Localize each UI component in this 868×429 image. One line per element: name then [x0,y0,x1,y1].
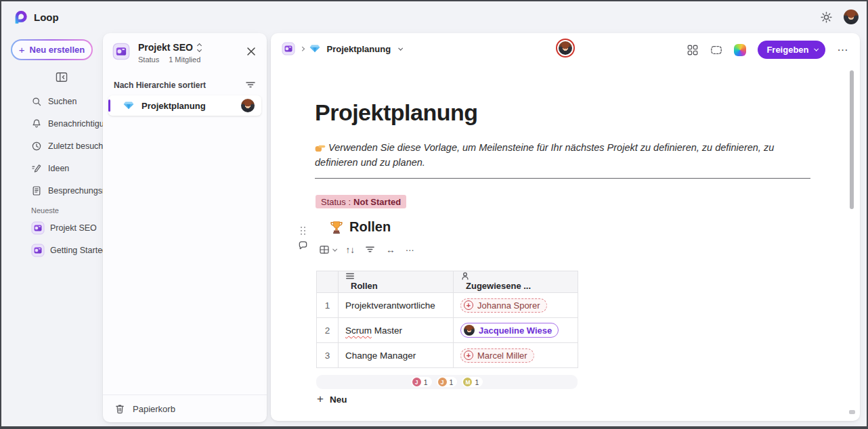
assignee-cell: + Johanna Sporer [454,293,578,318]
chevron-down-icon[interactable] [399,45,403,49]
workspace-icon[interactable] [282,42,295,55]
sidebar-item-zuletzt-besucht[interactable]: Zuletzt besucht [1,138,103,154]
status-badge[interactable]: Status :Not Started [316,195,406,208]
row-number: 2 [317,318,339,343]
presence-avatar[interactable] [556,39,575,58]
trash-icon [114,403,125,414]
add-person-icon: + [464,351,473,360]
section-title: Rollen [349,219,391,235]
avatar-initial: J [438,378,447,386]
user-avatar[interactable] [844,9,859,24]
row-number: 3 [317,343,339,368]
close-panel-icon[interactable] [246,47,256,56]
workspace-panel: Projekt SEO Status 1 Mitglied Nach Hiera… [103,33,267,422]
chevron-down-icon [814,47,818,51]
assignee-cell: + Marcel Miller [454,343,578,368]
plus-icon: + [317,392,324,406]
filter-icon[interactable] [365,244,376,255]
pointing-right-icon [315,143,326,152]
apps-grid-icon[interactable] [687,44,699,56]
trash-label: Papierkorb [133,404,175,414]
summary-badge[interactable]: J 1 [411,377,432,387]
assignee-suggestion-pill[interactable]: + Johanna Sporer [460,298,547,313]
document-title[interactable]: Projektplanung [315,99,477,126]
role-cell[interactable]: Scrum Master [339,318,454,343]
summary-badge[interactable]: J 1 [437,377,458,387]
resize-icon[interactable]: ↔ [386,245,395,255]
workspace-switcher-icon[interactable] [198,44,201,51]
summary-badge[interactable]: M 1 [462,377,483,387]
summary-count: 1 [424,378,428,386]
workspace-member-count[interactable]: 1 Mitglied [169,55,200,64]
sidebar-item-ideen[interactable]: Ideen [1,160,103,177]
assignee-suggestion-pill[interactable]: + Marcel Miller [460,348,534,363]
page-item-projektplanung[interactable]: Projektplanung [108,95,261,116]
loop-component-icon[interactable] [710,44,722,56]
role-cell[interactable]: Projektverantwortliche [339,293,454,318]
app-header: Loop [1,1,867,33]
add-row-button[interactable]: + Neu [317,392,347,406]
scrollbar-thumb[interactable] [850,70,854,209]
section-heading[interactable]: Rollen [329,219,391,235]
table-row: 3 Change Manager + Marcel Miller [317,343,578,368]
sidebar-item-benachrichtigungen[interactable]: Benachrichtigun... [1,116,103,132]
idea-icon [31,163,42,174]
share-button[interactable]: Freigeben [758,41,825,59]
settings-gear-icon[interactable] [820,11,833,24]
clock-icon [31,141,42,152]
comment-icon[interactable] [298,240,308,250]
more-options-icon[interactable]: … [837,41,849,54]
scroll-corner-icon [849,410,855,414]
gem-icon [309,43,320,54]
add-person-icon: + [464,300,473,310]
sidebar-item-projekt-seo[interactable]: Projekt SEO [1,220,103,236]
app-window: Loop + Neu erstellen [0,0,868,429]
sidebar-item-suchen[interactable]: Suchen [1,93,103,110]
row-number: 1 [317,293,339,318]
document-intro[interactable]: Verwenden Sie diese Vorlage, um Meilenst… [315,140,804,171]
page-item-label: Projektplanung [142,101,234,111]
bell-icon [31,118,42,129]
sidebar-item-besprechungsnotizen[interactable]: Besprechungsn... [1,183,103,199]
plus-icon: + [19,44,25,55]
left-sidebar: + Neu erstellen Suchen Benachrichtigun..… [1,33,103,426]
trash-button[interactable]: Papierkorb [103,394,267,422]
summary-count: 1 [450,378,454,386]
workspace-title: Projekt SEO [138,42,193,53]
collapse-sidebar-icon[interactable] [56,72,68,83]
recent-section-label: Neueste [31,206,59,214]
new-create-button[interactable]: + Neu erstellen [11,39,93,60]
assignee-summary-row: J 1 J 1 M 1 [316,375,578,389]
workspace-status-label[interactable]: Status [138,55,159,64]
table-toolbar: ↑↓ ↔ … [319,244,414,255]
avatar-initial: M [463,378,472,386]
drag-handle-icon[interactable] [301,227,305,235]
column-header-zugewiesene[interactable]: Zugewiesene ... [454,271,578,293]
search-icon [31,96,42,107]
gem-icon [123,100,134,111]
chevron-down-icon [332,246,337,250]
divider [315,178,810,179]
row-number-header [317,271,339,293]
filter-icon[interactable] [245,79,256,90]
assignee-avatar [464,325,475,336]
column-header-rollen[interactable]: Rollen [339,271,454,293]
copilot-icon[interactable] [734,44,746,56]
workspace-icon [31,244,45,257]
table-view-icon [319,244,330,255]
assignee-pill[interactable]: Jacqueline Wiese [460,323,559,338]
table-view-button[interactable] [319,244,336,255]
sort-label[interactable]: Nach Hierarchie sortiert [114,81,206,90]
sidebar-item-getting-started[interactable]: Getting Started [1,242,103,258]
more-icon[interactable]: … [406,243,415,253]
main-panel: Projektplanung Freigeben … [271,33,860,421]
workspace-icon [112,43,130,60]
role-cell[interactable]: Change Manager [339,343,454,368]
page-author-avatar [241,99,255,112]
table-header-row: Rollen Zugewiesene ... [317,271,578,293]
breadcrumb-page-title[interactable]: Projektplanung [327,44,391,54]
roles-table: Rollen Zugewiesene ... 1 Projektverantwo… [316,271,578,368]
sort-icon[interactable]: ↑↓ [346,245,355,255]
meeting-notes-icon [31,185,42,196]
workspace-icon [31,221,45,235]
